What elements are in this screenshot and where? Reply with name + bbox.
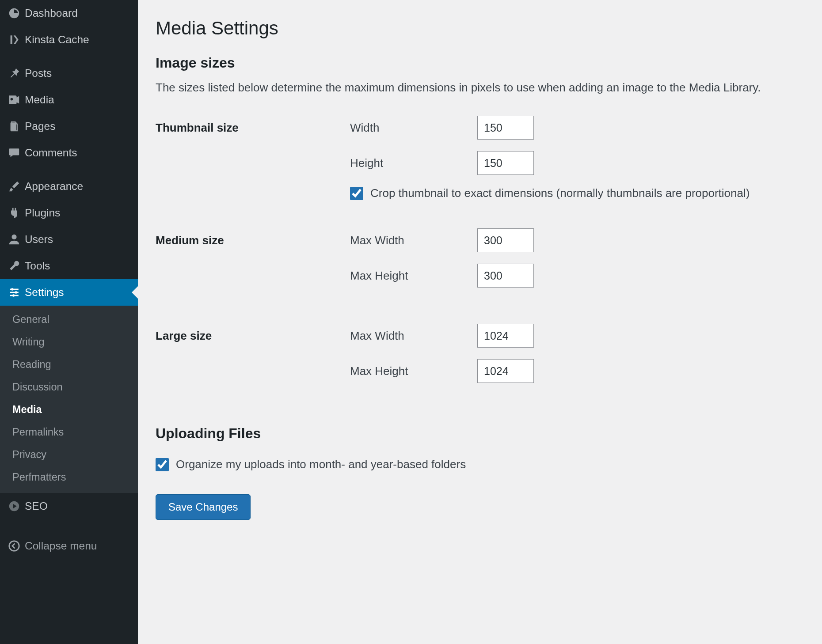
thumbnail-width-input[interactable] <box>477 116 534 140</box>
medium-height-input[interactable] <box>477 264 534 288</box>
thumbnail-crop-label: Crop thumbnail to exact dimensions (norm… <box>370 186 750 200</box>
plug-icon <box>8 207 25 219</box>
label: SEO <box>25 500 130 512</box>
sidebar-item-tools[interactable]: Tools <box>0 253 138 279</box>
submenu-item-discussion[interactable]: Discussion <box>0 376 138 398</box>
svg-point-9 <box>9 541 19 551</box>
brush-icon <box>8 180 25 193</box>
thumbnail-width-label: Width <box>350 121 477 135</box>
medium-width-label: Max Width <box>350 234 477 247</box>
medium-width-input[interactable] <box>477 228 534 252</box>
organize-uploads-checkbox[interactable] <box>156 458 169 471</box>
image-sizes-desc: The sizes listed below determine the max… <box>156 81 804 95</box>
svg-point-7 <box>12 294 15 297</box>
svg-point-1 <box>11 235 16 239</box>
sidebar-item-settings[interactable]: Settings <box>0 279 138 306</box>
label: Media <box>25 94 130 106</box>
settings-submenu: General Writing Reading Discussion Media… <box>0 306 138 493</box>
seo-icon <box>8 500 25 512</box>
image-sizes-table: Thumbnail size Width Height Crop thumbna… <box>156 116 804 408</box>
svg-point-6 <box>15 291 17 294</box>
submenu-item-general[interactable]: General <box>0 308 138 331</box>
submenu-item-privacy[interactable]: Privacy <box>0 443 138 466</box>
thumbnail-crop-checkbox[interactable] <box>350 187 363 200</box>
collapse-menu-button[interactable]: Collapse menu <box>0 532 138 560</box>
media-icon <box>8 94 25 106</box>
label: Plugins <box>25 207 130 219</box>
pin-icon <box>8 67 25 80</box>
sliders-icon <box>8 286 25 299</box>
thumbnail-label: Thumbnail size <box>156 116 350 213</box>
collapse-icon <box>8 540 25 552</box>
thumbnail-height-input[interactable] <box>477 151 534 175</box>
label: Settings <box>25 286 130 299</box>
kinsta-icon <box>8 34 25 46</box>
wrench-icon <box>8 260 25 272</box>
medium-height-label: Max Height <box>350 269 477 283</box>
content-area: Media Settings Image sizes The sizes lis… <box>138 0 822 644</box>
svg-rect-0 <box>11 123 16 131</box>
sidebar-item-pages[interactable]: Pages <box>0 113 138 140</box>
label: Pages <box>25 120 130 133</box>
thumbnail-height-label: Height <box>350 156 477 170</box>
sidebar-item-posts[interactable]: Posts <box>0 60 138 87</box>
organize-uploads-label: Organize my uploads into month- and year… <box>176 458 466 471</box>
sidebar-item-comments[interactable]: Comments <box>0 140 138 166</box>
large-height-label: Max Height <box>350 364 477 378</box>
large-height-input[interactable] <box>477 359 534 383</box>
sidebar-item-users[interactable]: Users <box>0 226 138 253</box>
user-icon <box>8 233 25 246</box>
label: Posts <box>25 67 130 80</box>
uploading-files-heading: Uploading Files <box>156 425 804 442</box>
medium-label: Medium size <box>156 228 350 312</box>
label: Tools <box>25 260 130 272</box>
submenu-item-perfmatters[interactable]: Perfmatters <box>0 466 138 489</box>
sidebar-item-plugins[interactable]: Plugins <box>0 200 138 226</box>
sidebar-item-seo[interactable]: SEO <box>0 493 138 519</box>
admin-sidebar: Dashboard Kinsta Cache Posts Media Pages… <box>0 0 138 644</box>
save-changes-button[interactable]: Save Changes <box>156 494 251 520</box>
sidebar-item-appearance[interactable]: Appearance <box>0 173 138 200</box>
comment-icon <box>8 147 25 159</box>
page-icon <box>8 120 25 133</box>
large-label: Large size <box>156 324 350 408</box>
image-sizes-heading: Image sizes <box>156 55 804 71</box>
label: Users <box>25 233 130 246</box>
submenu-item-media[interactable]: Media <box>0 398 138 421</box>
submenu-item-writing[interactable]: Writing <box>0 331 138 353</box>
label: Kinsta Cache <box>25 34 130 46</box>
label: Appearance <box>25 180 130 193</box>
label: Comments <box>25 147 130 159</box>
submenu-item-reading[interactable]: Reading <box>0 353 138 376</box>
label: Collapse menu <box>25 540 97 552</box>
submenu-item-permalinks[interactable]: Permalinks <box>0 421 138 443</box>
large-width-input[interactable] <box>477 324 534 348</box>
label: Dashboard <box>25 7 130 19</box>
sidebar-item-dashboard[interactable]: Dashboard <box>0 0 138 27</box>
svg-point-5 <box>11 288 14 291</box>
page-title: Media Settings <box>156 18 804 39</box>
sidebar-item-media[interactable]: Media <box>0 87 138 113</box>
dashboard-icon <box>8 7 25 19</box>
large-width-label: Max Width <box>350 329 477 343</box>
sidebar-item-kinsta-cache[interactable]: Kinsta Cache <box>0 27 138 53</box>
